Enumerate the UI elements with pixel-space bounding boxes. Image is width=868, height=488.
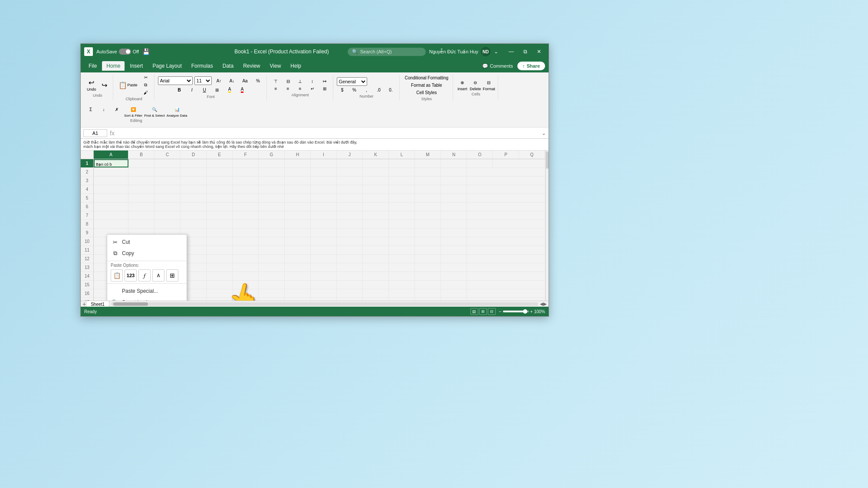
number-format-select[interactable]: General (337, 77, 367, 86)
horizontal-scroll-thumb[interactable] (113, 302, 148, 306)
grid-row-7[interactable] (94, 211, 545, 220)
zoom-slider-track[interactable] (503, 311, 529, 312)
merge-button[interactable]: ⊞ (319, 85, 330, 92)
percent-button[interactable]: % (253, 78, 264, 84)
undo-button[interactable]: ↩Undo (85, 78, 98, 92)
row-number-17[interactable]: 17 (81, 298, 93, 301)
horizontal-scrollbar[interactable] (111, 302, 538, 306)
delete-cells-button[interactable]: ⊖ (470, 79, 481, 86)
row-number-7[interactable]: 7 (81, 211, 93, 220)
paste-icon-noformat[interactable]: A (152, 269, 164, 282)
conditional-formatting-button[interactable]: Conditional Formatting (403, 75, 450, 81)
grid-row-8[interactable] (94, 220, 545, 229)
paste-icon-formula[interactable]: 𝑓 (138, 269, 151, 282)
cell-M1[interactable] (415, 159, 441, 167)
col-header-I[interactable]: I (311, 151, 337, 159)
scroll-right-button[interactable]: ▶ (543, 301, 547, 306)
menu-review[interactable]: Review (239, 61, 264, 71)
sort-filter-button[interactable]: 🔽 (128, 106, 139, 113)
row-number-10[interactable]: 10 (81, 237, 93, 246)
cell-C1[interactable] (155, 159, 181, 167)
grid-row-3[interactable] (94, 177, 545, 185)
fill-color-button[interactable]: A (224, 86, 235, 94)
paste-icon-transpose[interactable]: ⊞ (166, 269, 178, 282)
cell-F1[interactable] (233, 159, 259, 167)
redo-button[interactable]: ↪ (99, 80, 110, 90)
col-header-G[interactable]: G (259, 151, 285, 159)
menu-page-layout[interactable]: Page Layout (148, 61, 186, 71)
menu-formulas[interactable]: Formulas (187, 61, 217, 71)
copy-button[interactable]: ⧉ (140, 82, 151, 88)
autosum-button[interactable]: Σ (85, 106, 96, 113)
row-number-3[interactable]: 3 (81, 177, 93, 185)
menu-home[interactable]: Home (102, 61, 125, 71)
align-middle-button[interactable]: ⊟ (283, 78, 294, 85)
col-header-P[interactable]: P (493, 151, 519, 159)
col-header-A[interactable]: A (94, 151, 128, 159)
bold-button[interactable]: B (174, 87, 185, 93)
maximize-button[interactable]: ⧉ (519, 46, 531, 58)
col-header-H[interactable]: H (285, 151, 311, 159)
autosave-toggle[interactable] (119, 49, 131, 55)
ctx-cut[interactable]: ✂ Cut (107, 236, 187, 248)
format-painter-button[interactable]: 🖌 (140, 89, 151, 96)
find-select-button[interactable]: 🔍 (149, 106, 160, 113)
row-number-4[interactable]: 4 (81, 185, 93, 194)
percent-num-button[interactable]: % (349, 87, 360, 93)
align-top-button[interactable]: ⊤ (270, 78, 282, 85)
analyze-data-button[interactable]: 📊 (171, 106, 183, 113)
ctx-copy[interactable]: ⧉ Copy (107, 248, 187, 259)
format-button[interactable]: Aa (240, 78, 251, 84)
font-size-select[interactable]: 11 (194, 76, 212, 85)
font-shrink-button[interactable]: A↓ (227, 78, 238, 84)
paste-button[interactable]: 📋 Paste (117, 80, 139, 90)
font-name-select[interactable]: Arial (158, 76, 193, 85)
close-button[interactable]: ✕ (533, 46, 545, 58)
increase-decimal-button[interactable]: .0 (373, 87, 385, 93)
col-header-K[interactable]: K (363, 151, 389, 159)
grid-row-1[interactable]: Bạn có b (94, 159, 545, 168)
cell-G1[interactable] (259, 159, 285, 167)
normal-view-button[interactable]: ▤ (470, 308, 478, 315)
bottom-scroll-bar[interactable]: + Sheet1 ◀ ▶ (81, 301, 549, 307)
cell-B1[interactable] (128, 159, 155, 167)
cell-I1[interactable] (311, 159, 337, 167)
paste-icon-values[interactable]: 123 (125, 269, 137, 282)
col-header-L[interactable]: L (389, 151, 415, 159)
underline-button[interactable]: U (199, 87, 210, 93)
col-header-N[interactable]: N (441, 151, 467, 159)
insert-cells-button[interactable]: ⊕ (457, 79, 468, 86)
currency-button[interactable]: $ (337, 87, 348, 93)
scroll-left-button[interactable]: ◀ (540, 301, 543, 306)
zoom-in-button[interactable]: + (530, 309, 533, 314)
align-bottom-button[interactable]: ⊥ (295, 78, 306, 85)
menu-file[interactable]: File (84, 61, 101, 71)
row-number-2[interactable]: 2 (81, 168, 93, 177)
ribbon-collapse-icon[interactable]: ⌄ (494, 49, 498, 55)
font-color-button[interactable]: A (237, 86, 248, 94)
grid-row-5[interactable] (94, 194, 545, 203)
col-header-F[interactable]: F (233, 151, 259, 159)
save-icon[interactable]: 💾 (142, 48, 150, 55)
cell-styles-button[interactable]: Cell Styles (414, 89, 438, 96)
row-number-14[interactable]: 14 (81, 272, 93, 281)
col-header-O[interactable]: O (467, 151, 493, 159)
row-number-11[interactable]: 11 (81, 246, 93, 255)
row-number-12[interactable]: 12 (81, 255, 93, 263)
expand-formula-button[interactable]: ⌄ (542, 130, 546, 136)
align-center-button[interactable]: ≡ (283, 85, 294, 92)
cell-A1[interactable]: Bạn có b (94, 159, 128, 167)
decrease-decimal-button[interactable]: 0. (385, 87, 397, 93)
row-number-16[interactable]: 16 (81, 289, 93, 298)
search-bar[interactable]: 🔍 Search (Alt+Q) (348, 48, 426, 56)
menu-view[interactable]: View (266, 61, 286, 71)
format-cells-button[interactable]: ⊟ (483, 79, 494, 86)
vertical-scroll-thumb[interactable] (546, 151, 549, 169)
cell-O1[interactable] (467, 159, 493, 167)
grid-row-6[interactable] (94, 203, 545, 211)
col-header-M[interactable]: M (415, 151, 441, 159)
minimize-button[interactable]: — (505, 46, 517, 58)
cell-D1[interactable] (181, 159, 207, 167)
cell-H1[interactable] (285, 159, 311, 167)
cell-J1[interactable] (337, 159, 363, 167)
